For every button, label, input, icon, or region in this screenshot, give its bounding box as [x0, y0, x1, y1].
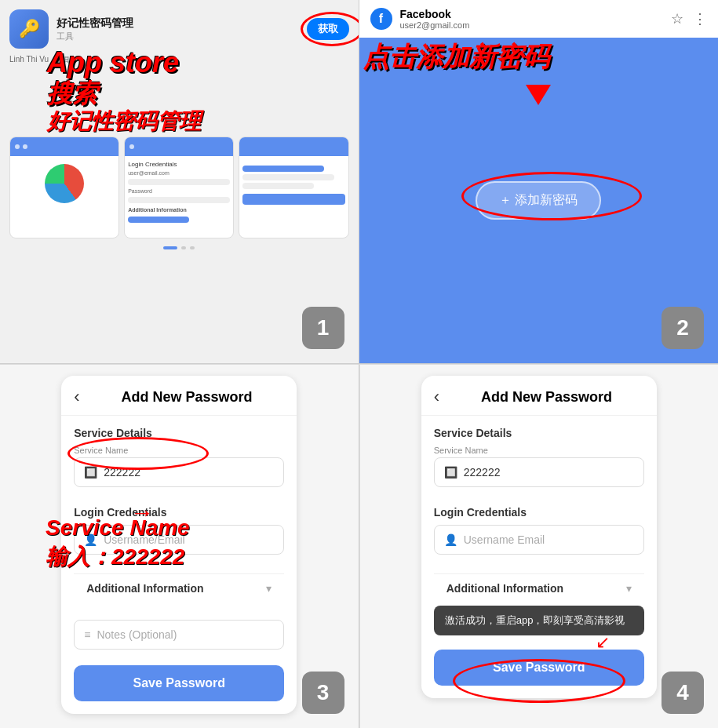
additional-section-4: Additional Information ▾	[421, 562, 657, 606]
service-name-icon: 🔲	[84, 466, 97, 479]
step-badge-2: 2	[662, 307, 704, 349]
toast-wrapper: 激活成功，重启app，即刻享受高清影视 ↙	[421, 606, 657, 642]
service-name-field-4[interactable]: 🔲 222222	[434, 457, 644, 487]
service-section-label-4: Service Details	[434, 427, 644, 439]
screenshot-1	[9, 136, 119, 238]
service-name-value: 222222	[104, 466, 140, 479]
more-icon[interactable]: ⋮	[693, 10, 707, 27]
phone-header-3: ‹ Add New Password	[61, 376, 297, 416]
phone-header-4: ‹ Add New Password	[421, 376, 657, 416]
panel3-overlay-line2: 输入：222222	[46, 543, 190, 571]
username-icon-4: 👤	[444, 533, 457, 546]
screenshot-3	[239, 136, 348, 238]
fb-details: Facebook user2@gmail.com	[400, 8, 664, 30]
add-btn-wrapper: ＋ 添加新密码	[476, 181, 601, 220]
app-store-header: 🔑 好记性密码管理 工具 获取	[9, 9, 349, 49]
chevron-down-icon: ▾	[266, 582, 272, 595]
username-field-4[interactable]: 👤 Username Email	[434, 525, 644, 555]
save-password-button-3[interactable]: Save Password	[74, 665, 284, 701]
chevron-down-icon-4: ▾	[626, 582, 632, 595]
fb-email: user2@gmail.com	[400, 20, 664, 30]
panel2-overlay: 点击添加新密码	[363, 39, 549, 75]
notes-placeholder: Notes (Optional)	[97, 628, 177, 641]
app-icon: 🔑	[9, 9, 49, 49]
panel2-overlay-text: 点击添加新密码	[363, 39, 549, 75]
phone-frame-4: ‹ Add New Password Service Details Servi…	[421, 376, 657, 698]
app-title-block: 好记性密码管理 工具	[56, 16, 299, 42]
add-new-password-button[interactable]: ＋ 添加新密码	[476, 181, 601, 220]
additional-info-label: Additional Information	[86, 582, 203, 595]
service-name-value-4: 222222	[464, 466, 501, 479]
login-section-4: Login Credentials 👤 Username Email	[421, 495, 657, 555]
app-screenshots: Login Credentials user@email.com Passwor…	[9, 136, 349, 238]
back-arrow-3[interactable]: ‹	[74, 387, 79, 407]
panel-2: f Facebook user2@gmail.com ☆ ⋮ 点击添加新密码 ＋…	[359, 0, 719, 364]
panel-4: ‹ Add New Password Service Details Servi…	[359, 364, 719, 728]
service-section-label: Service Details	[74, 427, 284, 439]
service-section-4: Service Details Service Name 🔲 222222	[421, 416, 657, 487]
panel3-overlay: Service Name 输入：222222	[46, 514, 190, 571]
panel2-actions: ☆ ⋮	[671, 10, 707, 27]
service-name-field[interactable]: 🔲 222222	[74, 457, 284, 487]
arrow-down	[526, 85, 551, 105]
step-badge-4: 4	[662, 672, 704, 714]
service-section: Service Details Service Name 🔲 222222 ←	[61, 416, 297, 487]
overlay-line1: App store	[47, 47, 201, 78]
service-name-label: Service Name	[74, 446, 284, 455]
username-label-4: Username Email	[464, 533, 545, 546]
panel3-overlay-line1: Service Name	[46, 514, 190, 542]
page-dots	[9, 246, 349, 249]
notes-field[interactable]: ≡ Notes (Optional)	[74, 620, 284, 650]
facebook-icon: f	[370, 8, 392, 30]
login-section-label-4: Login Credentials	[434, 506, 644, 519]
notes-icon: ≡	[84, 628, 90, 641]
additional-info-bar[interactable]: Additional Information ▾	[74, 573, 284, 602]
step-badge-1: 1	[302, 307, 344, 349]
panel2-top-bar: f Facebook user2@gmail.com ☆ ⋮	[359, 0, 719, 38]
panel-1: 🔑 好记性密码管理 工具 获取 Linh Thi Vu 工具 App store…	[0, 0, 359, 364]
step-badge-3: 3	[302, 672, 344, 714]
app-subtitle: 工具	[56, 31, 299, 42]
panel1-overlay: App store 搜索 好记性密码管理	[47, 47, 201, 135]
toast-text: 激活成功，重启app，即刻享受高清影视	[445, 614, 625, 626]
overlay-line2: 搜索	[47, 78, 201, 108]
screenshot-2: Login Credentials user@email.com Passwor…	[124, 136, 234, 238]
screen-title-3: Add New Password	[89, 389, 285, 406]
toast-popup: 激活成功，重启app，即刻享受高清影视	[434, 606, 644, 635]
overlay-line3: 好记性密码管理	[47, 108, 201, 135]
star-icon[interactable]: ☆	[671, 10, 683, 27]
app-title: 好记性密码管理	[56, 16, 299, 31]
back-arrow-4[interactable]: ‹	[434, 387, 439, 407]
fb-name: Facebook	[400, 8, 664, 20]
notes-section: ≡ Notes (Optional)	[61, 609, 297, 650]
save-btn-wrapper-4: Save Password	[421, 642, 657, 698]
get-button[interactable]: 获取	[307, 18, 349, 40]
service-name-icon-4: 🔲	[444, 466, 457, 479]
service-name-label-4: Service Name	[434, 446, 644, 455]
additional-info-label-4: Additional Information	[446, 582, 563, 595]
additional-info-bar-4[interactable]: Additional Information ▾	[434, 573, 644, 602]
screen-title-4: Add New Password	[449, 389, 644, 406]
meta-link: Linh Thi Vu	[9, 55, 49, 66]
panel-3: ‹ Add New Password Service Details Servi…	[0, 364, 359, 728]
save-password-button-4[interactable]: Save Password	[434, 650, 644, 686]
